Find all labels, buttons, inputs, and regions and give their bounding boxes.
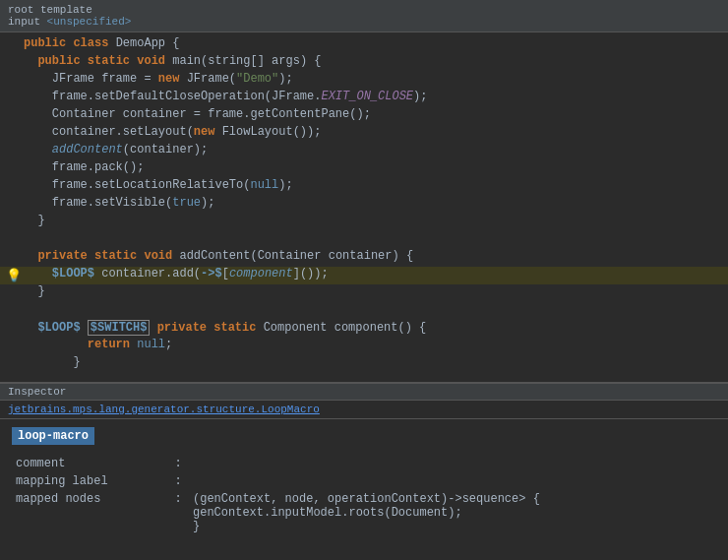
gutter (4, 107, 24, 108)
gutter (4, 320, 24, 321)
gutter (4, 178, 24, 179)
inspector-header: Inspector (0, 382, 728, 401)
code-line: return null; (0, 338, 728, 355)
code-line: container.setLayout(new FlowLayout()); (0, 125, 728, 143)
gutter (4, 143, 24, 144)
detail-label: comment (12, 455, 172, 472)
gutter (4, 125, 24, 126)
code-text: frame.setDefaultCloseOperation(JFrame.EX… (24, 90, 724, 103)
detail-value (189, 472, 716, 490)
code-text: Container container = frame.getContentPa… (24, 107, 724, 121)
gutter (4, 355, 24, 356)
code-text: } (24, 214, 724, 227)
code-line: public static void main(string[] args) { (0, 54, 728, 72)
breadcrumb-bar: jetbrains.mps.lang.generator.structure.L… (0, 401, 728, 419)
gutter (4, 54, 24, 55)
gutter (4, 90, 24, 91)
code-line: frame.setLocationRelativeTo(null); (0, 178, 728, 196)
detail-value (189, 455, 716, 472)
template-label: root template (8, 4, 720, 16)
code-line: public class DemoApp { (0, 36, 728, 54)
detail-title: loop-macro (12, 427, 94, 445)
detail-row: comment: (12, 455, 716, 472)
detail-label: mapped nodes (12, 490, 172, 535)
gutter (4, 373, 24, 374)
code-text: frame.setVisible(true); (24, 196, 724, 210)
code-line (0, 373, 728, 382)
code-line: private static void addContent(Container… (0, 249, 728, 267)
code-line: addContent(container); (0, 143, 728, 160)
code-text: public class DemoApp { (24, 36, 724, 50)
detail-label: mapping label (12, 472, 172, 490)
code-line: } (0, 284, 728, 302)
code-line: Container container = frame.getContentPa… (0, 107, 728, 125)
input-tag: <unspecified> (47, 16, 132, 28)
code-text: public static void main(string[] args) { (24, 54, 724, 68)
breadcrumb-link[interactable]: jetbrains.mps.lang.generator.structure.L… (8, 404, 320, 415)
code-line: frame.setDefaultCloseOperation(JFrame.EX… (0, 90, 728, 107)
detail-row: mapping label: (12, 472, 716, 490)
code-text: $LOOP$ container.add(->$[component]()); (24, 267, 724, 280)
gutter (4, 249, 24, 250)
code-text: } (24, 284, 724, 298)
detail-panel: loop-macro comment:mapping label:mapped … (0, 419, 728, 543)
input-label: input <unspecified> (8, 16, 720, 28)
code-line: 💡 $LOOP$ container.add(->$[component]())… (0, 267, 728, 284)
detail-colon: : (172, 490, 189, 535)
code-text: } (24, 355, 724, 369)
code-text: private static void addContent(Container… (24, 249, 724, 263)
gutter (4, 72, 24, 73)
code-text: frame.setLocationRelativeTo(null); (24, 178, 724, 192)
detail-colon: : (172, 472, 189, 490)
code-line: frame.pack(); (0, 160, 728, 178)
detail-row: mapped nodes:(genContext, node, operatio… (12, 490, 716, 535)
gutter (4, 302, 24, 303)
code-line (0, 231, 728, 249)
gutter (4, 214, 24, 215)
detail-value: (genContext, node, operationContext)->se… (189, 490, 716, 535)
gutter (4, 338, 24, 339)
gutter (4, 231, 24, 232)
input-text: input (8, 16, 47, 28)
code-area: public class DemoApp { public static voi… (0, 32, 728, 382)
gutter: 💡 (4, 267, 24, 283)
code-text: frame.pack(); (24, 160, 724, 174)
code-text: JFrame frame = new JFrame("Demo"); (24, 72, 724, 86)
detail-colon: : (172, 455, 189, 472)
code-text: addContent(container); (24, 143, 724, 156)
detail-table: comment:mapping label:mapped nodes:(genC… (12, 455, 716, 535)
code-text: container.setLayout(new FlowLayout()); (24, 125, 724, 139)
code-line: $LOOP$ $SWITCH$ private static Component… (0, 320, 728, 338)
gutter (4, 284, 24, 285)
code-line: JFrame frame = new JFrame("Demo"); (0, 72, 728, 90)
top-bar: root template input <unspecified> (0, 0, 728, 32)
code-line (0, 302, 728, 320)
code-text: return null; (24, 338, 724, 351)
code-line: } (0, 214, 728, 231)
gutter (4, 196, 24, 197)
code-line: frame.setVisible(true); (0, 196, 728, 214)
gutter (4, 36, 24, 37)
code-text: $LOOP$ $SWITCH$ private static Component… (24, 320, 724, 336)
code-line: } (0, 355, 728, 373)
gutter (4, 160, 24, 161)
